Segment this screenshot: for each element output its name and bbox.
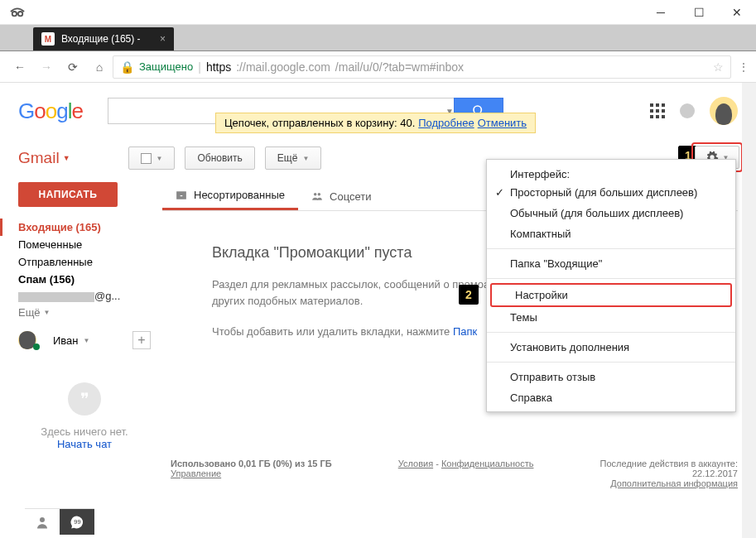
- google-logo[interactable]: Google: [18, 98, 83, 124]
- svg-point-0: [12, 12, 17, 16]
- storage-manage-link[interactable]: Управление: [171, 468, 221, 478]
- window-close-button[interactable]: ✕: [718, 0, 756, 25]
- url-field[interactable]: 🔒 Защищено | https://mail.google.com/mai…: [113, 55, 731, 79]
- svg-text:99: 99: [74, 518, 80, 526]
- select-all-checkbox[interactable]: [141, 153, 152, 164]
- menu-separator: [487, 278, 735, 279]
- window-titlebar: ─ ☐ ✕: [0, 0, 756, 25]
- nav-reload-button[interactable]: ⟳: [60, 54, 86, 80]
- url-scheme: https: [206, 60, 231, 74]
- obscured-text: [18, 292, 94, 302]
- last-activity-details-link[interactable]: Дополнительная информация: [610, 478, 738, 488]
- inbox-settings-link[interactable]: Папк: [453, 325, 477, 338]
- chat-bubble-icon: 99: [70, 515, 84, 530]
- person-icon: [35, 515, 50, 530]
- menu-separator: [487, 332, 735, 333]
- people-icon: [311, 190, 323, 202]
- menu-item-settings[interactable]: Настройки: [492, 285, 730, 305]
- vertical-scrollbar[interactable]: [742, 83, 756, 538]
- hangouts-bottom-tabs: 99: [25, 508, 94, 535]
- menu-item-cozy[interactable]: Обычный (для больших дисплеев): [487, 203, 735, 223]
- url-path: /mail/u/0/?tab=wm#inbox: [335, 60, 464, 74]
- svg-point-7: [40, 517, 45, 522]
- privacy-link[interactable]: Конфиденциальность: [441, 459, 534, 468]
- window-maximize-button[interactable]: ☐: [680, 0, 718, 25]
- terms-link[interactable]: Условия: [398, 459, 433, 468]
- tab-close-icon[interactable]: ×: [160, 33, 166, 45]
- toast-undo-link[interactable]: Отменить: [478, 117, 527, 129]
- menu-separator: [487, 362, 735, 363]
- callout-badge-2: 2: [459, 285, 479, 305]
- browser-tab[interactable]: Входящие (165) - ×: [33, 27, 174, 50]
- gmail-label[interactable]: Gmail▼: [18, 149, 70, 167]
- url-domain: ://mail.google.com: [236, 60, 330, 74]
- presence-indicator: [33, 343, 40, 350]
- chevron-down-icon: ▼: [156, 155, 163, 162]
- browser-tab-strip: Входящие (165) - ×: [0, 25, 756, 51]
- hangouts-chats-tab[interactable]: 99: [60, 508, 94, 535]
- sidebar-item-sent[interactable]: Отправленные: [18, 253, 151, 271]
- chevron-down-icon: ▼: [63, 154, 70, 162]
- toast-more-link[interactable]: Подробнее: [418, 117, 474, 129]
- browser-menu-icon[interactable]: ⋮: [738, 60, 749, 74]
- footer: Использовано 0,01 ГБ (0%) из 15 ГБ Управ…: [171, 459, 738, 488]
- quote-icon: ❞: [68, 382, 101, 416]
- nav-back-button[interactable]: ←: [7, 54, 33, 80]
- storage-usage: Использовано 0,01 ГБ (0%) из 15 ГБ: [171, 459, 332, 468]
- menu-item-help[interactable]: Справка: [487, 387, 735, 408]
- window-minimize-button[interactable]: ─: [642, 0, 680, 25]
- hangouts-contacts-tab[interactable]: [25, 508, 60, 535]
- nav-forward-button[interactable]: →: [33, 54, 60, 80]
- more-button[interactable]: Ещё▼: [265, 147, 321, 170]
- hangouts-empty-state: ❞ Здесь ничего нет. Начать чат: [18, 382, 151, 450]
- menu-item-comfortable[interactable]: Просторный (для больших дисплеев): [487, 182, 735, 203]
- account-avatar[interactable]: [710, 97, 738, 125]
- tab-favicon: [41, 32, 55, 46]
- last-activity-label: Последние действия в аккаунте:: [600, 459, 738, 468]
- sidebar-item-more[interactable]: Ещё▼: [18, 304, 151, 321]
- star-icon[interactable]: ☆: [713, 60, 724, 74]
- start-chat-link[interactable]: Начать чат: [18, 438, 151, 450]
- hangouts-username: Иван: [53, 334, 79, 347]
- notifications-icon[interactable]: [680, 103, 695, 118]
- hangouts-add-button[interactable]: +: [132, 331, 151, 349]
- tab-social[interactable]: Соцсети: [298, 182, 384, 210]
- sidebar-item-starred[interactable]: Помеченные: [18, 236, 151, 253]
- svg-point-1: [18, 12, 22, 16]
- svg-point-6: [318, 193, 321, 196]
- menu-section-density: Интерфейс:: [487, 163, 735, 182]
- hangouts-user-row[interactable]: Иван ▼ +: [18, 331, 151, 349]
- last-activity-date: 22.12.2017: [692, 468, 738, 478]
- refresh-button[interactable]: Обновить: [185, 147, 254, 170]
- menu-item-feedback[interactable]: Отправить отзыв: [487, 367, 735, 387]
- chevron-down-icon: ▼: [302, 155, 309, 162]
- undo-toast: Цепочек, отправленных в корзину: 40. Под…: [215, 113, 536, 133]
- sidebar-email[interactable]: @g...: [18, 288, 151, 304]
- nav-home-button[interactable]: ⌂: [86, 54, 113, 80]
- sidebar-item-spam[interactable]: Спам (156): [18, 271, 151, 288]
- secure-label: Защищено: [139, 60, 193, 73]
- select-all-button[interactable]: ▼: [128, 147, 176, 170]
- tab-primary[interactable]: Несортированные: [162, 182, 298, 210]
- menu-item-addons[interactable]: Установить дополнения: [487, 337, 735, 358]
- sidebar: НАПИСАТЬ Входящие (165) Помеченные Отпра…: [18, 182, 151, 450]
- sidebar-item-inbox[interactable]: Входящие (165): [18, 219, 151, 236]
- compose-button[interactable]: НАПИСАТЬ: [18, 182, 118, 207]
- menu-item-inbox-folder[interactable]: Папка "Входящие": [487, 253, 735, 274]
- menu-separator: [487, 248, 735, 249]
- lock-icon: 🔒: [120, 60, 134, 74]
- inbox-icon: [176, 190, 187, 201]
- incognito-icon: [8, 4, 26, 19]
- menu-item-themes[interactable]: Темы: [487, 307, 735, 328]
- settings-menu: Интерфейс: Просторный (для больших диспл…: [486, 159, 736, 412]
- hangouts-empty-text: Здесь ничего нет.: [18, 425, 151, 438]
- chevron-down-icon: ▼: [84, 337, 90, 344]
- tab-title: Входящие (165) -: [61, 33, 141, 45]
- toast-text: Цепочек, отправленных в корзину: 40.: [224, 117, 415, 129]
- svg-point-5: [314, 193, 317, 196]
- menu-item-compact[interactable]: Компактный: [487, 223, 735, 244]
- google-apps-icon[interactable]: [650, 103, 665, 118]
- address-bar: ← → ⟳ ⌂ 🔒 Защищено | https://mail.google…: [0, 51, 756, 83]
